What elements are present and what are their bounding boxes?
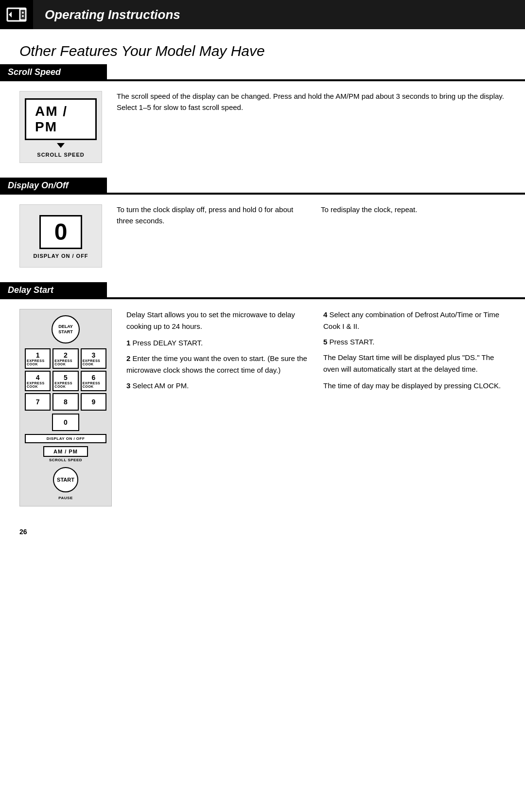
key-3[interactable]: 3 EXPRESS COOK [81, 348, 106, 369]
delay-note-1: The Delay Start time will be displayed p… [323, 352, 506, 375]
delay-step-3: 3 Select AM or PM. [126, 380, 309, 392]
delay-step-5: 5 Press START. [323, 336, 506, 348]
delay-start-intro: Delay Start allows you to set the microw… [126, 309, 309, 332]
microwave-icon [6, 4, 27, 25]
pause-label: PAUSE [58, 496, 72, 500]
key-3-sub: EXPRESS COOK [83, 359, 105, 366]
key-6[interactable]: 6 EXPRESS COOK [81, 371, 106, 391]
delay-note-2: The time of day may be displayed by pres… [323, 380, 506, 392]
zero-sublabel: DISPLAY ON / OFF [33, 253, 88, 259]
delay-start-btn-line1: DELAY [58, 324, 73, 329]
step-3-num: 3 [126, 381, 133, 390]
key-2[interactable]: 2 EXPRESS COOK [52, 348, 78, 369]
svg-point-3 [22, 12, 24, 14]
delay-start-header: Delay Start [0, 282, 107, 298]
delay-start-divider [107, 282, 525, 298]
ampm-sublabel: SCROLL SPEED [37, 152, 84, 158]
key-5[interactable]: 5 EXPRESS COOK [52, 371, 78, 391]
step-5-num: 5 [323, 338, 330, 346]
step-4-num: 4 [323, 310, 330, 319]
zero-label: 0 [39, 215, 83, 250]
display-on-off-section: Display On/Off 0 DISPLAY ON / OFF To tur… [0, 178, 525, 282]
delay-start-btn-line2: START [58, 329, 72, 335]
page-header-title: Operating Instructions [33, 0, 525, 29]
display-onoff-key[interactable]: DISPLAY ON / OFF [25, 434, 106, 443]
delay-step-1: 1 Press DELAY START. [126, 337, 309, 349]
display-onoff-col1: To turn the clock display off, press and… [117, 204, 301, 226]
display-onoff-header: Display On/Off [0, 178, 107, 194]
ampm-triangle-icon [57, 143, 65, 148]
start-key[interactable]: START [53, 467, 78, 492]
key-9[interactable]: 9 [81, 393, 106, 411]
page-number: 26 [19, 528, 27, 536]
scroll-speed-lbl: SCROLL SPEED [49, 458, 82, 462]
header-icon [0, 0, 33, 29]
key-1-main: 1 [36, 351, 40, 359]
scroll-speed-divider [107, 64, 525, 80]
zero-display-box: 0 DISPLAY ON / OFF [19, 204, 102, 268]
display-onoff-divider [107, 178, 525, 194]
delay-step-4: 4 Select any combination of Defrost Auto… [323, 309, 506, 332]
key-7[interactable]: 7 [25, 393, 51, 411]
key-1-sub: EXPRESS COOK [27, 359, 49, 366]
page-subtitle: Other Features Your Model May Have [0, 34, 525, 64]
delay-start-button[interactable]: DELAY START [52, 315, 80, 343]
svg-point-4 [22, 15, 24, 17]
display-onoff-col2: To redisplay the clock, repeat. [321, 204, 506, 226]
key-9-main: 9 [91, 398, 95, 406]
key-7-main: 7 [36, 398, 40, 406]
key-6-main: 6 [91, 374, 95, 381]
scroll-speed-content: AM / PM SCROLL SPEED The scroll speed of… [0, 80, 525, 178]
ampm-display-box: AM / PM SCROLL SPEED [19, 91, 102, 163]
step-4-text: Select any combination of Defrost Auto/T… [323, 310, 499, 330]
key-5-main: 5 [64, 374, 68, 381]
key-4-main: 4 [36, 374, 40, 381]
delay-step-2: 2 Enter the time you want the oven to st… [126, 353, 309, 376]
key-0[interactable]: 0 [52, 414, 79, 431]
delay-start-section: Delay Start DELAY START 1 EXPRESS COOK [0, 282, 525, 521]
display-onoff-content: 0 DISPLAY ON / OFF To turn the clock dis… [0, 194, 525, 282]
key-2-main: 2 [64, 351, 68, 359]
keypad-box: DELAY START 1 EXPRESS COOK 2 EXPRESS COO… [19, 309, 112, 506]
delay-start-text-area: Delay Start allows you to set the microw… [126, 309, 506, 397]
svg-rect-2 [20, 10, 25, 19]
keypad-grid: 1 EXPRESS COOK 2 EXPRESS COOK 3 EXPRESS … [25, 348, 106, 411]
delay-start-content: DELAY START 1 EXPRESS COOK 2 EXPRESS COO… [0, 298, 525, 521]
display-onoff-text: To turn the clock display off, press and… [117, 204, 506, 226]
key-8-main: 8 [64, 398, 68, 406]
key-4[interactable]: 4 EXPRESS COOK [25, 371, 51, 391]
scroll-speed-description: The scroll speed of the display can be c… [117, 91, 506, 113]
start-key-label: START [57, 477, 74, 483]
step-2-num: 2 [126, 354, 133, 362]
step-3-text: Select AM or PM. [133, 381, 189, 390]
key-1[interactable]: 1 EXPRESS COOK [25, 348, 51, 369]
scroll-speed-section: Scroll Speed AM / PM SCROLL SPEED The sc… [0, 64, 525, 178]
page-header: Operating Instructions [0, 0, 525, 29]
key-4-sub: EXPRESS COOK [27, 381, 49, 388]
key-0-main: 0 [64, 418, 68, 426]
ampm-key[interactable]: AM / PM [43, 446, 88, 457]
step-5-text: Press START. [330, 338, 375, 346]
step-2-text: Enter the time you want the oven to star… [126, 354, 307, 374]
keypad-zero-row: 0 [25, 414, 106, 431]
key-3-main: 3 [91, 351, 95, 359]
key-6-sub: EXPRESS COOK [83, 381, 105, 388]
ampm-label: AM / PM [25, 98, 97, 140]
delay-start-text-col2: 4 Select any combination of Defrost Auto… [323, 309, 506, 397]
key-5-sub: EXPRESS COOK [54, 381, 76, 388]
keypad-ampm-area: AM / PM SCROLL SPEED [25, 446, 106, 462]
key-2-sub: EXPRESS COOK [54, 359, 76, 366]
step-1-num: 1 [126, 339, 133, 347]
scroll-speed-header: Scroll Speed [0, 64, 107, 80]
delay-start-text-col1: Delay Start allows you to set the microw… [126, 309, 309, 397]
step-1-text: Press DELAY START. [133, 339, 203, 347]
key-8[interactable]: 8 [52, 393, 78, 411]
